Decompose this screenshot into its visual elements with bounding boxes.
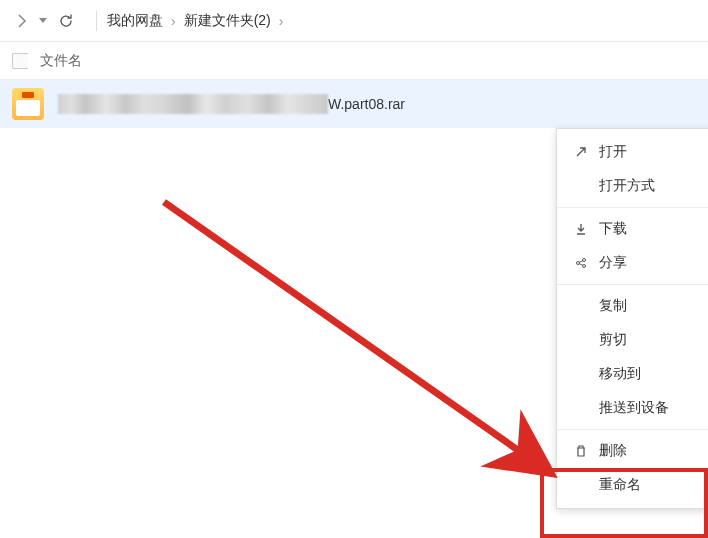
menu-label: 打开: [593, 143, 627, 161]
breadcrumb-item-root[interactable]: 我的网盘: [107, 12, 163, 30]
annotation-arrow: [154, 192, 584, 502]
file-row[interactable]: W.part08.rar: [0, 80, 708, 128]
menu-copy[interactable]: 复制: [557, 289, 708, 323]
menu-label: 复制: [593, 297, 627, 315]
select-all-checkbox[interactable]: [12, 53, 28, 69]
forward-arrow-icon[interactable]: [12, 11, 32, 31]
menu-cut[interactable]: 剪切: [557, 323, 708, 357]
refresh-icon[interactable]: [54, 9, 78, 33]
chevron-right-icon: ›: [279, 13, 284, 29]
menu-open[interactable]: 打开: [557, 135, 708, 169]
menu-delete[interactable]: 删除: [557, 434, 708, 468]
topbar: 我的网盘 › 新建文件夹(2) ›: [0, 0, 708, 42]
menu-push-to-device[interactable]: 推送到设备: [557, 391, 708, 425]
menu-label: 推送到设备: [593, 399, 669, 417]
svg-point-0: [577, 262, 580, 265]
context-menu: 打开 打开方式 下载 分享 复制 剪切 移动到 推送到设备 删除: [556, 128, 708, 509]
divider: [96, 11, 97, 31]
filename-column-label: 文件名: [40, 52, 82, 70]
breadcrumb-item-folder[interactable]: 新建文件夹(2): [184, 12, 271, 30]
menu-open-with[interactable]: 打开方式: [557, 169, 708, 203]
menu-label: 分享: [593, 254, 627, 272]
svg-point-1: [583, 259, 586, 262]
menu-download[interactable]: 下载: [557, 212, 708, 246]
menu-label: 下载: [593, 220, 627, 238]
menu-label: 移动到: [593, 365, 641, 383]
share-icon: [569, 256, 593, 270]
svg-line-3: [164, 202, 552, 474]
filename-redacted: [58, 94, 328, 114]
menu-share[interactable]: 分享: [557, 246, 708, 280]
filename-suffix: W.part08.rar: [328, 96, 405, 112]
column-header: 文件名: [0, 42, 708, 80]
breadcrumb: 我的网盘 › 新建文件夹(2) ›: [107, 12, 283, 30]
menu-separator: [557, 429, 708, 430]
menu-label: 打开方式: [593, 177, 655, 195]
svg-point-2: [583, 265, 586, 268]
menu-separator: [557, 284, 708, 285]
archive-file-icon: [12, 88, 44, 120]
dropdown-icon[interactable]: [36, 18, 50, 24]
menu-move-to[interactable]: 移动到: [557, 357, 708, 391]
download-icon: [569, 222, 593, 236]
chevron-right-icon: ›: [171, 13, 176, 29]
menu-label: 重命名: [593, 476, 641, 494]
open-icon: [569, 145, 593, 159]
menu-rename[interactable]: 重命名: [557, 468, 708, 502]
menu-label: 剪切: [593, 331, 627, 349]
menu-separator: [557, 207, 708, 208]
menu-label: 删除: [593, 442, 627, 460]
trash-icon: [569, 444, 593, 458]
